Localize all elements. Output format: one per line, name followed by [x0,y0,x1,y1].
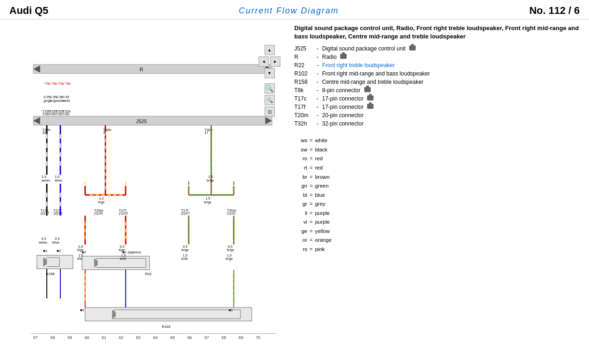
svg-text:br/ge: br/ge [207,179,214,182]
svg-text:70: 70 [256,335,260,339]
component-t32h: T32h - 32-pin connector [294,120,582,127]
svg-text:T8k: T8k [65,82,71,86]
component-t17f: T17f - 17-pin connector [294,104,582,110]
svg-text:(1)/15: (1)/15 [119,211,128,215]
legend-gr: gr = grey [294,200,582,209]
component-r22: R22 - Front right treble loudspeaker [294,62,582,69]
svg-text:R22: R22 [145,272,152,276]
svg-rect-0 [33,64,272,73]
svg-text:0.35: 0.35 [50,95,57,99]
comp-code-r22: R22 [294,62,313,69]
svg-text:(2)/15: (2)/15 [54,211,63,215]
legend-ge: ge = yellow [294,227,582,236]
svg-text:bl/ws: bl/ws [55,179,63,182]
nav-right-button[interactable]: ► [270,56,280,67]
component-r158: R158 - Centre mid-range and treble louds… [294,79,582,85]
svg-text:0.35: 0.35 [63,95,69,99]
svg-text:br/ge: br/ge [226,257,233,261]
svg-text:0.5: 0.5 [41,237,46,241]
right-panel: Digital sound package control unit, Radi… [287,19,589,358]
svg-text:61: 61 [102,335,107,339]
comp-desc-t32h: 32-pin connector [322,120,363,127]
camera-icon-r [340,54,347,59]
svg-text:T8k: T8k [44,82,51,86]
component-t17c: T17c - 17-pin connector [294,95,582,102]
nav-up-button[interactable]: ▲ [265,45,275,55]
svg-text:T8k: T8k [51,82,57,86]
svg-text:br/ge: br/ge [182,248,189,252]
component-j525: J525 - Digital sound package control uni… [294,45,582,52]
nav-left-button[interactable]: ◄ [259,56,269,67]
component-list: J525 - Digital sound package control uni… [294,45,582,127]
component-t20m: T20m - 20-pin connector [294,112,582,119]
comp-code-t17f: T17f [294,104,313,110]
diagram-number: No. 112 / 6 [529,5,580,17]
comp-desc-r: Radio [322,54,336,60]
svg-text:(1)/21: (1)/21 [227,211,236,215]
comp-code-t32h: T32h [294,120,313,127]
svg-text:0.5: 0.5 [183,245,188,249]
circuit-diagram: R J525 T8k T8k T8k T8k 0.35 0.35 0.35 0.… [0,19,287,339]
camera-icon-t17c [367,95,374,100]
legend-bl: bl = blue [294,191,582,200]
diagram-type: Current Flow Diagram [239,6,339,16]
svg-text:sw/ws: sw/ws [39,241,48,244]
svg-text:67: 67 [204,335,209,339]
svg-text:1.0: 1.0 [99,196,104,201]
comp-desc-r158: Centre mid-range and treble loudspeaker [322,79,424,85]
zoom-out-button[interactable]: 🔍− [265,95,275,105]
header: Audi Q5 Current Flow Diagram No. 112 / 6 [0,0,589,19]
svg-text:bl/ws: bl/ws [52,241,60,244]
legend-rt: rt = red [294,163,582,173]
component-r: R - Radio [294,54,582,60]
svg-text:br/bl: br/bl [120,257,126,260]
panel-title: Digital sound package control unit, Radi… [294,24,582,41]
svg-text:1.0: 1.0 [41,175,46,179]
svg-text:59: 59 [68,335,72,339]
svg-text:rt/bl: rt/bl [77,257,82,260]
comp-code-j525: J525 [294,45,313,52]
component-t8k: T8k - 8-pin connector [294,87,582,94]
camera-icon-j525 [409,45,416,50]
svg-text:■2: ■2 [57,249,61,253]
svg-text:58: 58 [51,335,55,339]
svg-text:br/ge: br/ge [204,201,211,204]
svg-text:(1)/20: (1)/20 [94,211,103,215]
svg-text:■1: ■1 [43,249,47,253]
legend-vi: vi = purple [294,218,582,227]
legend-section: ws = white sw = black ro = red rt = red … [294,136,582,254]
camera-icon-t8k [364,87,371,92]
zoom-fit-button[interactable]: ⊡ [265,107,275,117]
legend-gn: gn = green [294,182,582,191]
svg-text:T/29: T/29 [63,112,70,116]
svg-text:br/gr: br/gr [50,99,57,103]
component-r102: R102 - Front right mid-range and bass lo… [294,70,582,77]
svg-text:rt/ge: rt/ge [98,201,105,204]
svg-text:0.35: 0.35 [56,95,63,99]
svg-text:1.0: 1.0 [55,175,60,179]
camera-icon-t17f [367,104,374,109]
legend-or: or = orange [294,236,582,245]
zoom-in-button[interactable]: 🔍 [265,83,275,94]
svg-rect-4 [33,116,272,125]
comp-code-t17c: T17c [294,95,313,102]
svg-text:69: 69 [239,335,243,339]
svg-text:66: 66 [187,335,192,339]
comp-desc-t17f: 17-pin connector [322,104,363,110]
svg-text:17: 17 [204,131,208,135]
comp-code-r102: R102 [294,70,313,77]
svg-text:R: R [139,67,143,72]
legend-sw: sw = black [294,145,582,155]
comp-code-r: R [294,54,313,60]
legend-br: br = brown [294,173,582,182]
svg-text:(1)/17: (1)/17 [40,211,49,215]
nav-down-button[interactable]: ▼ [265,68,275,78]
svg-text:63: 63 [136,335,140,339]
svg-text:T8k: T8k [58,82,64,86]
svg-text:■1: ■1 [229,308,233,312]
svg-text:0.5: 0.5 [55,237,60,241]
svg-text:T/28: T/28 [42,112,49,116]
comp-code-r158: R158 [294,79,313,85]
svg-text:■2: ■2 [80,308,84,312]
comp-desc-r22: Front right treble loudspeaker [322,62,395,69]
